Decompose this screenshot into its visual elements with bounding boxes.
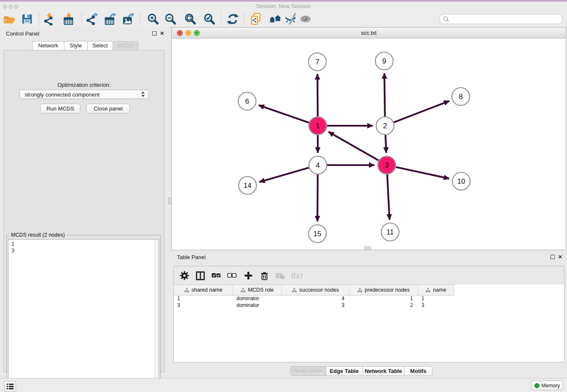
export-image-button[interactable] bbox=[121, 12, 135, 26]
columns-icon bbox=[196, 271, 205, 280]
close-panel-icon[interactable] bbox=[160, 31, 165, 36]
import-table-button[interactable] bbox=[61, 12, 76, 26]
save-session-button[interactable] bbox=[20, 12, 34, 26]
export-table-button[interactable] bbox=[103, 12, 117, 26]
graph-node-7[interactable]: 7 bbox=[308, 53, 326, 71]
graph-node-4[interactable]: 4 bbox=[309, 156, 327, 174]
zoom-out-icon bbox=[164, 13, 177, 25]
status-bar: Memory bbox=[0, 378, 567, 392]
node-label: 6 bbox=[245, 97, 249, 105]
column-header-successor-nodes[interactable]: successor nodes bbox=[282, 285, 350, 295]
task-history-button[interactable] bbox=[4, 381, 16, 392]
preview-eye-button[interactable] bbox=[298, 12, 313, 26]
table-cell[interactable]: 3 bbox=[282, 302, 350, 309]
toggle-hide-button[interactable] bbox=[284, 12, 298, 26]
zoom-selected-button[interactable] bbox=[202, 12, 217, 26]
tab-motifs[interactable]: Motifs bbox=[404, 366, 432, 376]
refresh-icon bbox=[226, 13, 239, 25]
table-row[interactable]: 1dominator411 bbox=[174, 295, 564, 302]
clear-selection-icon bbox=[227, 273, 237, 279]
tab-select[interactable]: Select bbox=[87, 41, 113, 50]
graph-node-10[interactable]: 10 bbox=[452, 172, 470, 190]
criterion-dropdown[interactable]: strongly connected component bbox=[19, 90, 149, 99]
table-cell[interactable]: dominator bbox=[233, 295, 282, 302]
export-network-button[interactable] bbox=[85, 12, 99, 26]
graph-node-11[interactable]: 11 bbox=[381, 223, 399, 241]
graph-node-8[interactable]: 8 bbox=[452, 88, 470, 105]
graph-edge-3-1[interactable] bbox=[328, 132, 387, 165]
delete-table-button[interactable] bbox=[275, 270, 286, 281]
table-body: 1dominator4113dominator323 bbox=[174, 295, 564, 309]
run-mcds-button[interactable]: Run MCDS bbox=[40, 104, 80, 113]
search-input[interactable] bbox=[451, 15, 558, 23]
column-header-shared-name[interactable]: shared name bbox=[174, 285, 233, 295]
table-cell[interactable]: 3 bbox=[174, 302, 233, 309]
table-cell[interactable]: 3 bbox=[418, 302, 454, 309]
node-label: 1 bbox=[316, 122, 319, 130]
criterion-dropdown-value: strongly connected component bbox=[25, 91, 99, 98]
toolbar-separator bbox=[81, 13, 82, 25]
tab-mcds[interactable]: MCDS bbox=[113, 41, 138, 50]
graph-node-15[interactable]: 15 bbox=[308, 225, 326, 243]
window-title: Session: New Session bbox=[0, 3, 567, 9]
memory-button[interactable]: Memory bbox=[531, 381, 563, 390]
table-row[interactable]: 3dominator323 bbox=[174, 302, 564, 309]
eye-icon bbox=[299, 13, 312, 25]
export-network-icon bbox=[85, 13, 98, 25]
tab-network-table[interactable]: Network Table bbox=[362, 366, 405, 376]
session-home-button[interactable] bbox=[268, 12, 282, 26]
toolbar-separator bbox=[140, 13, 140, 25]
graph-node-14[interactable]: 14 bbox=[239, 177, 256, 194]
result-scrollbar[interactable] bbox=[154, 240, 159, 392]
apply-function-button[interactable]: f(x) bbox=[291, 270, 302, 281]
gear-icon bbox=[180, 271, 189, 280]
graph-node-3[interactable]: 3 bbox=[378, 156, 396, 174]
clone-network-button[interactable] bbox=[249, 12, 263, 26]
table-float-icon[interactable] bbox=[550, 255, 555, 259]
graph-node-6[interactable]: 6 bbox=[238, 92, 256, 110]
zoom-out-button[interactable] bbox=[163, 12, 178, 26]
tab-node-table[interactable]: Node Table bbox=[290, 366, 326, 376]
column-header-predecessor-nodes[interactable]: predecessor nodes bbox=[350, 285, 418, 295]
column-header-name[interactable]: name bbox=[418, 285, 454, 295]
open-session-button[interactable] bbox=[2, 12, 17, 26]
close-panel-button[interactable]: Close panel bbox=[86, 104, 130, 113]
delete-row-button[interactable] bbox=[259, 270, 270, 281]
zoom-in-button[interactable] bbox=[146, 12, 160, 26]
select-all-button[interactable] bbox=[211, 270, 222, 281]
graph-edge-3-10[interactable] bbox=[387, 165, 449, 179]
tab-style[interactable]: Style bbox=[64, 41, 88, 50]
table-cell[interactable]: 1 bbox=[418, 295, 454, 302]
column-type-icon bbox=[426, 288, 430, 293]
column-header-label: shared name bbox=[192, 287, 223, 293]
table-settings-button[interactable] bbox=[179, 270, 190, 281]
table-cell[interactable]: 2 bbox=[350, 302, 418, 309]
table-close-icon[interactable] bbox=[558, 254, 563, 259]
network-canvas[interactable]: 7968124314101511 bbox=[172, 38, 566, 250]
frame-resize-grip[interactable] bbox=[364, 246, 371, 250]
float-panel-icon[interactable] bbox=[152, 31, 157, 36]
panel-splitter[interactable] bbox=[168, 27, 171, 378]
show-columns-button[interactable] bbox=[195, 270, 206, 281]
memory-status-dot bbox=[534, 383, 539, 388]
table-cell[interactable]: 1 bbox=[174, 295, 233, 302]
column-header-mcds-role[interactable]: MCDS role bbox=[233, 285, 282, 295]
zoom-fit-button[interactable] bbox=[183, 12, 198, 26]
mcds-result-text[interactable]: 13 bbox=[8, 239, 159, 392]
tab-network[interactable]: Network bbox=[32, 41, 64, 50]
graph-node-2[interactable]: 2 bbox=[376, 117, 394, 135]
refresh-view-button[interactable] bbox=[226, 12, 240, 26]
table-cell[interactable]: 4 bbox=[282, 295, 350, 302]
graph-node-9[interactable]: 9 bbox=[375, 52, 393, 70]
table-cell[interactable]: dominator bbox=[233, 302, 282, 309]
graph-edge-2-8[interactable] bbox=[385, 101, 449, 126]
import-network-button[interactable] bbox=[42, 12, 56, 26]
column-header-label: MCDS role bbox=[248, 287, 274, 293]
application-window: Session: New Session bbox=[0, 0, 567, 392]
network-window-titlebar: scc.txt bbox=[172, 28, 566, 39]
add-row-button[interactable] bbox=[243, 270, 254, 281]
tab-edge-table[interactable]: Edge Table bbox=[326, 366, 363, 376]
graph-node-1[interactable]: 1 bbox=[309, 117, 327, 135]
clear-selection-button[interactable] bbox=[226, 270, 237, 281]
table-cell[interactable]: 1 bbox=[350, 295, 418, 302]
